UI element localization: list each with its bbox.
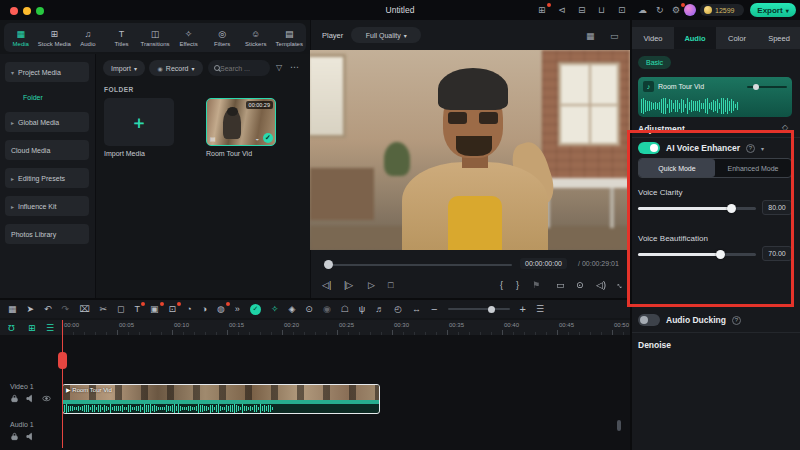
- stop-button[interactable]: □: [388, 280, 393, 290]
- video-preview[interactable]: [310, 50, 630, 250]
- tab-stock-media[interactable]: ⊞Stock Media: [38, 29, 72, 47]
- lock-icon[interactable]: [10, 394, 19, 403]
- play-button[interactable]: ▷: [368, 280, 375, 290]
- ai-copilot-icon[interactable]: ✓: [250, 304, 261, 315]
- speed-icon[interactable]: ◔: [186, 304, 191, 314]
- avatar[interactable]: [684, 4, 696, 16]
- adjustment-header[interactable]: Adjustment: [638, 124, 685, 134]
- tab-transitions[interactable]: ◫Transitions: [138, 29, 172, 47]
- display-mode-button[interactable]: ▭: [556, 280, 565, 290]
- undo-icon[interactable]: ↶: [44, 304, 52, 314]
- tab-color[interactable]: Color: [716, 27, 758, 49]
- enhanced-mode-button[interactable]: Enhanced Mode: [715, 159, 791, 177]
- tab-audio[interactable]: Audio: [674, 27, 716, 49]
- ai-voice-enhancer-toggle[interactable]: [638, 142, 660, 154]
- auto-ripple-icon[interactable]: ⊞: [28, 323, 36, 333]
- timeline-zoom-slider[interactable]: [448, 308, 510, 310]
- zoom-out-icon[interactable]: −: [431, 303, 437, 315]
- track-list-icon[interactable]: ☰: [536, 304, 544, 314]
- feedback-icon[interactable]: ⊟: [578, 5, 586, 15]
- clip-timer-icon[interactable]: ◴: [394, 304, 402, 314]
- record-button[interactable]: ◉ Record▾: [149, 60, 203, 76]
- tab-audio[interactable]: ♫Audio: [71, 29, 105, 47]
- display-icon[interactable]: ⊔: [598, 5, 605, 15]
- tab-video[interactable]: Video: [632, 27, 674, 49]
- clip-option-icon[interactable]: ◒: [255, 136, 259, 142]
- quick-mode-button[interactable]: Quick Mode: [639, 159, 715, 177]
- next-frame-button[interactable]: |▷: [344, 280, 353, 290]
- gift-icon[interactable]: ⊞: [538, 5, 546, 15]
- mute-icon[interactable]: [26, 394, 35, 403]
- mask-icon[interactable]: ◍: [217, 304, 225, 314]
- megaphone-icon[interactable]: ⊲: [558, 5, 566, 15]
- quality-dropdown[interactable]: Full Quality▾: [351, 27, 421, 43]
- redo-icon[interactable]: ↷: [62, 304, 70, 314]
- tab-speed[interactable]: Speed: [758, 27, 800, 49]
- sidebar-item-global-media[interactable]: ▸Global Media: [5, 112, 89, 132]
- search-box[interactable]: [208, 60, 270, 76]
- voice-clarity-slider[interactable]: 80.00: [638, 204, 792, 219]
- text-icon[interactable]: T: [135, 304, 141, 314]
- fit-timeline-icon[interactable]: ↔: [412, 304, 421, 314]
- sidebar-item-folder[interactable]: Folder: [5, 88, 89, 106]
- eye-icon[interactable]: [42, 394, 51, 403]
- tab-effects[interactable]: ✧Effects: [172, 29, 206, 47]
- preferences-icon[interactable]: ⚙: [672, 5, 680, 15]
- audio-text-icon[interactable]: ♬: [375, 304, 384, 314]
- reset-icon[interactable]: ◇: [782, 123, 788, 132]
- import-button[interactable]: Import▾: [103, 60, 145, 76]
- save-icon[interactable]: ⊡: [618, 5, 626, 15]
- sidebar-item-cloud-media[interactable]: Cloud Media: [5, 140, 89, 160]
- zoom-handle[interactable]: [488, 306, 495, 313]
- select-tool-icon[interactable]: ➤: [27, 304, 35, 314]
- snap-magnet-icon[interactable]: Ω: [8, 323, 15, 333]
- tab-stickers[interactable]: ☺Stickers: [239, 29, 273, 47]
- track-manager-icon[interactable]: ☰: [46, 323, 54, 333]
- lock-icon[interactable]: [10, 432, 19, 441]
- clip-tile-room-tour-vid[interactable]: 00:00:29 ▤ ◒ ✓ Room Tour Vid: [206, 98, 276, 157]
- cloud-upload-icon[interactable]: ☁: [638, 5, 647, 15]
- mute-icon[interactable]: [26, 432, 35, 441]
- audio-clip-card[interactable]: ♪ Room Tour Vid: [638, 77, 792, 117]
- split-icon[interactable]: ✂: [100, 304, 108, 314]
- crop-icon[interactable]: ◻: [117, 304, 124, 314]
- more-options-icon[interactable]: ⋯: [290, 62, 299, 72]
- snapshot-icon[interactable]: ⊙: [305, 304, 313, 314]
- mark-out-button[interactable]: }: [516, 280, 519, 290]
- export-button[interactable]: Export ▾: [750, 3, 796, 17]
- sidebar-item-influence-kit[interactable]: ▸Influence Kit: [5, 196, 89, 216]
- preview-seek-bar[interactable]: [330, 264, 512, 266]
- volume-knob[interactable]: [753, 84, 759, 90]
- search-input[interactable]: [218, 64, 264, 73]
- screen-record-icon[interactable]: ⊡: [169, 304, 177, 314]
- previous-frame-button[interactable]: ◁|: [322, 280, 331, 290]
- playhead-grip[interactable]: [58, 352, 67, 369]
- voiceover-icon[interactable]: ψ: [359, 304, 365, 314]
- sidebar-item-project-media[interactable]: ▾Project Media: [5, 62, 89, 82]
- timeline-scrollbar[interactable]: [617, 420, 621, 431]
- sidebar-item-editing-presets[interactable]: ▸Editing Presets: [5, 168, 89, 188]
- help-icon[interactable]: ?: [732, 316, 741, 325]
- pip-icon[interactable]: ▣: [150, 304, 159, 314]
- clip-volume-slider[interactable]: [747, 86, 787, 88]
- marker-button[interactable]: ⚑: [532, 280, 540, 290]
- keyframe-icon[interactable]: ◈: [288, 304, 295, 314]
- timeline-ruler[interactable]: 00:00 00:05 00:10 00:15 00:20 00:25 00:3…: [60, 320, 630, 335]
- voice-clarity-value[interactable]: 80.00: [762, 200, 792, 215]
- import-media-tile[interactable]: ＋ Import Media: [104, 98, 174, 157]
- mute-button[interactable]: ◁): [596, 280, 606, 290]
- playhead[interactable]: [62, 320, 63, 448]
- color-icon[interactable]: ◑: [202, 304, 207, 314]
- sync-icon[interactable]: ↻: [656, 5, 664, 15]
- split-screen-icon[interactable]: ▦: [586, 31, 595, 41]
- tab-filters[interactable]: ◎Filters: [205, 29, 239, 47]
- record-icon[interactable]: ◉: [323, 304, 331, 314]
- sidebar-item-photos-library[interactable]: Photos Library: [5, 224, 89, 244]
- basic-filter-pill[interactable]: Basic: [638, 56, 671, 69]
- zoom-in-icon[interactable]: +: [520, 303, 526, 315]
- slider-handle[interactable]: [716, 250, 725, 259]
- slider-handle[interactable]: [727, 204, 736, 213]
- timeline-clip-room-tour-vid[interactable]: ▶ Room Tour Vid: [62, 384, 380, 414]
- mini-player-icon[interactable]: ▭: [610, 31, 619, 41]
- voice-beautification-slider[interactable]: 70.00: [638, 250, 792, 265]
